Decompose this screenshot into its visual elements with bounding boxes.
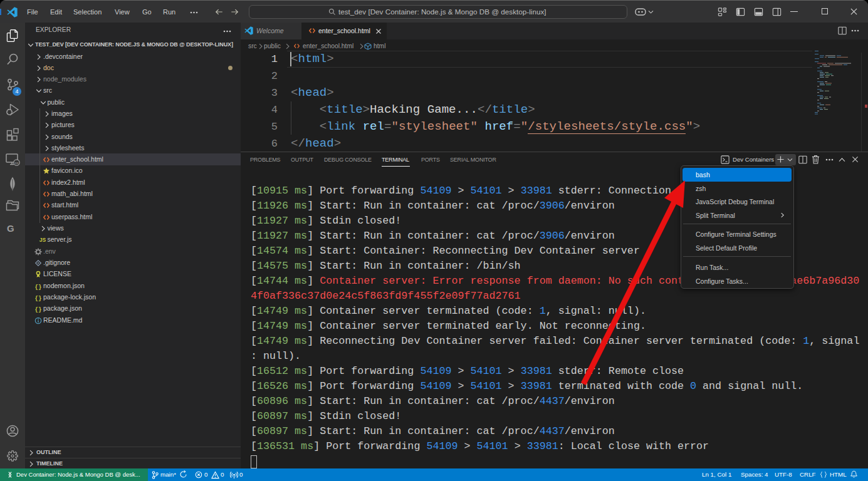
svg-text:JS: JS [39, 237, 46, 243]
svg-text:ss: ss [15, 161, 19, 165]
svg-text:{}: {} [35, 284, 42, 290]
svg-text:{}: {} [35, 296, 42, 301]
svg-text:{}: {} [35, 307, 42, 313]
